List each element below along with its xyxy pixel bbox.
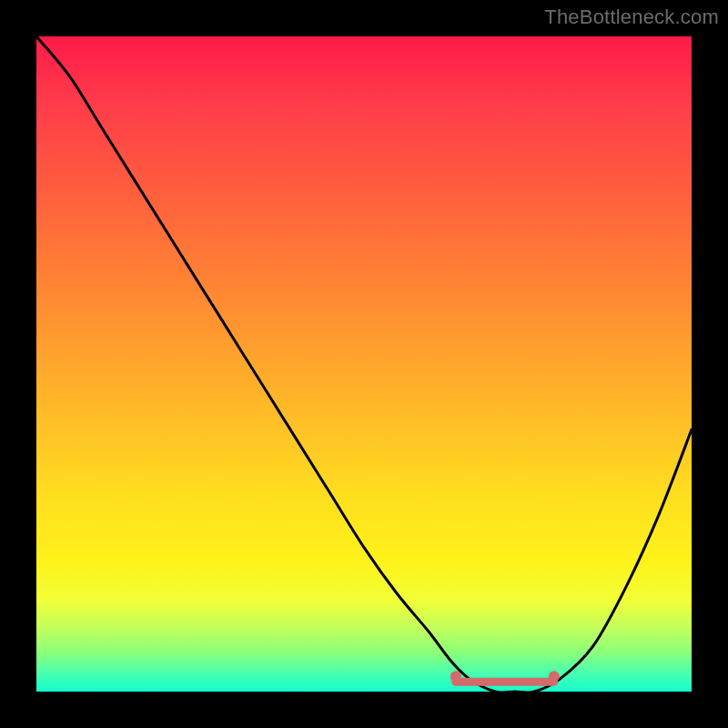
optimal-range-dot-right [549,671,560,682]
optimal-range-dot-left [450,671,461,682]
chart-frame: TheBottleneck.com [0,0,728,728]
bottleneck-curve-line [36,36,692,693]
plot-area [36,36,692,692]
chart-svg [36,36,692,692]
watermark-text: TheBottleneck.com [544,5,719,29]
